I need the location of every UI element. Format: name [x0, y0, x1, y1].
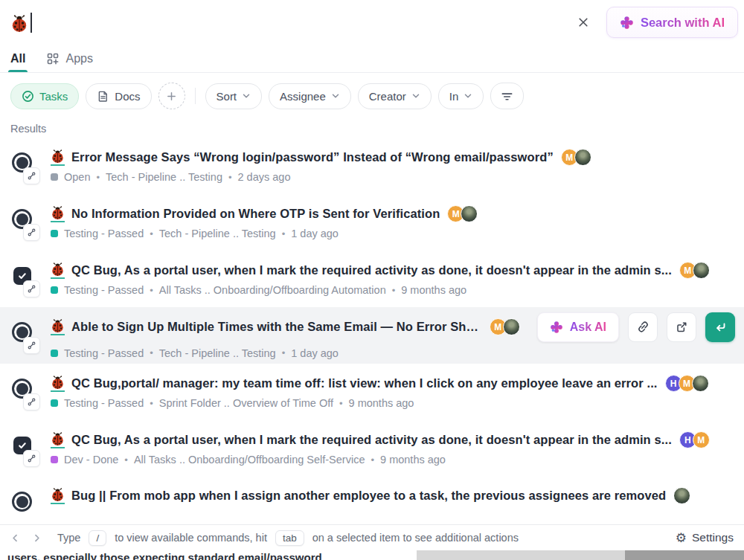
avatar: M [693, 431, 710, 448]
ask-ai-button[interactable]: Ask AI [537, 312, 619, 342]
chevron-right-icon [32, 533, 42, 543]
external-link-icon [675, 320, 689, 334]
ladybug-icon [51, 206, 65, 222]
open-task-icon [10, 318, 40, 353]
result-row[interactable]: QC Bug, As a portal user, when I mark th… [0, 420, 744, 477]
task-path: Tech - Pipeline .. Testing [106, 171, 222, 183]
ladybug-icon [51, 319, 65, 335]
result-row[interactable]: Error Message Says “Wrong login/password… [0, 138, 744, 194]
close-button[interactable] [572, 11, 594, 33]
avatar-photo [693, 262, 710, 279]
filter-chip-tasks-label: Tasks [39, 90, 68, 103]
forward-button[interactable] [32, 533, 42, 543]
tab-key-badge: tab [275, 530, 304, 546]
add-filter-button[interactable] [158, 83, 185, 109]
open-task-icon [10, 487, 40, 523]
task-title: QC Bug,portal/ manager: my team time off… [71, 376, 658, 390]
task-path: Sprint Folder .. Overview of Time Off [159, 397, 333, 409]
tab-apps[interactable]: Apps [46, 45, 92, 72]
task-status-label: Testing - Passed [64, 228, 144, 239]
open-in-new-button[interactable] [667, 312, 696, 342]
footer-hint-end: on a selected item to see additional act… [312, 532, 519, 544]
gear-icon: ⚙ [676, 532, 687, 544]
separator-dot: • [282, 228, 286, 239]
task-status-label: Open [64, 171, 90, 183]
status-square [51, 456, 58, 463]
result-row-selected[interactable]: Able to Sign Up Multiple Times with the … [0, 307, 744, 364]
task-title: Bug || From mob app when I assign anothe… [71, 489, 666, 503]
result-row[interactable]: No Information Provided on Where OTP is … [0, 194, 744, 251]
ai-flower-icon [620, 16, 634, 30]
filters-bar: Tasks Docs Sort Assignee Creator In [0, 73, 744, 116]
row-actions: Ask AI [537, 312, 735, 342]
ladybug-icon [10, 15, 28, 33]
separator-dot: • [96, 172, 100, 183]
separator-dot: • [150, 398, 153, 409]
back-button[interactable] [10, 533, 20, 543]
separator-dot: • [150, 347, 153, 358]
separator-dot: • [150, 228, 153, 239]
task-title: Able to Sign Up Multiple Times with the … [71, 320, 482, 334]
ladybug-icon [51, 376, 65, 392]
task-title: Error Message Says “Wrong login/password… [71, 150, 554, 164]
settings-button[interactable]: ⚙ Settings [676, 531, 734, 544]
tab-all[interactable]: All [10, 45, 25, 72]
filter-lines-icon [500, 89, 514, 103]
search-modal: Search with AI All Apps Tasks Docs Sort [0, 0, 744, 560]
separator-dot: • [150, 285, 153, 296]
enter-icon [713, 320, 728, 335]
filter-chip-docs[interactable]: Docs [86, 83, 151, 109]
subtask-badge [23, 224, 40, 241]
slash-key-badge: / [89, 530, 106, 546]
filter-chip-creator[interactable]: Creator [358, 83, 432, 109]
ladybug-icon [51, 263, 65, 279]
status-square [51, 173, 58, 181]
tabs-bar: All Apps [0, 45, 744, 73]
ladybug-icon [51, 488, 65, 504]
plus-icon [166, 91, 177, 102]
separator-dot: • [371, 454, 374, 466]
avatar-stack [673, 487, 690, 504]
filter-chip-sort-label: Sort [217, 90, 237, 103]
footer-bar: Type / to view available commands, hit t… [0, 524, 744, 550]
ladybug-icon [51, 432, 65, 448]
search-input[interactable] [10, 13, 32, 33]
check-circle-icon [22, 90, 34, 103]
chips-divider [195, 88, 196, 104]
filter-chip-tasks[interactable]: Tasks [10, 83, 79, 109]
filter-chip-sort[interactable]: Sort [205, 83, 263, 109]
task-title: QC Bug, As a portal user, when I mark th… [71, 433, 672, 447]
copy-link-button[interactable] [628, 312, 658, 342]
filter-options-button[interactable] [490, 83, 524, 109]
task-path: All Tasks .. Onboarding/Offboarding Self… [134, 454, 365, 466]
completed-task-icon [10, 261, 40, 297]
text-cursor [31, 13, 32, 33]
ask-ai-label: Ask AI [570, 321, 606, 334]
results-label: Results [0, 116, 744, 138]
task-status-label: Testing - Passed [64, 347, 144, 359]
separator-dot: • [282, 347, 286, 358]
chevron-left-icon [10, 533, 20, 543]
chevron-down-icon [464, 91, 472, 100]
separator-dot: • [228, 172, 232, 183]
subtask-badge [23, 167, 40, 184]
task-path: All Tasks .. Onboarding/Offboarding Auto… [159, 284, 386, 296]
avatar-stack: H M [665, 375, 709, 392]
search-with-ai-button[interactable]: Search with AI [606, 7, 738, 38]
background-page-text: users, especially those expecting standa… [7, 551, 322, 560]
filter-chip-in[interactable]: In [438, 83, 484, 109]
filter-chip-in-label: In [449, 90, 459, 103]
chevron-down-icon [331, 91, 340, 100]
avatar-photo [461, 205, 478, 222]
task-status-label: Dev - Done [64, 454, 118, 466]
subtask-badge [23, 450, 40, 467]
task-path: Tech - Pipeline .. Testing [159, 347, 276, 359]
task-status-label: Testing - Passed [64, 284, 144, 296]
separator-dot: • [124, 454, 128, 466]
result-row[interactable]: QC Bug,portal/ manager: my team time off… [0, 364, 744, 420]
result-row[interactable]: QC Bug, As a portal user, when I mark th… [0, 251, 744, 307]
filter-chip-assignee[interactable]: Assignee [269, 83, 351, 109]
open-task-icon [10, 374, 40, 410]
open-task-icon [10, 205, 40, 240]
enter-button[interactable] [705, 312, 735, 342]
